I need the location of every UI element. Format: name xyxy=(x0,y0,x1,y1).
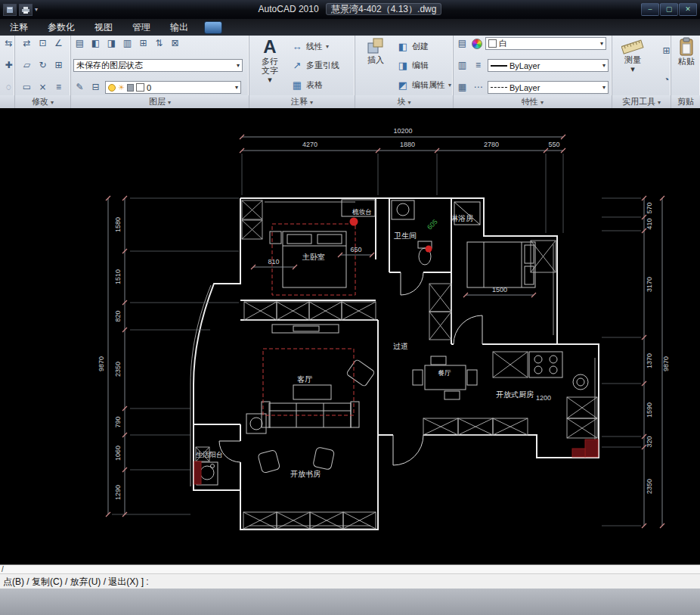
utility-tool-icon[interactable]: ◔ xyxy=(660,73,671,86)
modify-tool-icon[interactable]: ⊡ xyxy=(36,37,49,50)
command-history[interactable]: / xyxy=(0,564,700,573)
modify-tool-icon[interactable]: ▱ xyxy=(20,59,33,72)
edit-attribute-button[interactable]: ◩ 编辑属性 ▾ xyxy=(397,76,451,94)
chevron-down-icon: ▾ xyxy=(268,75,272,84)
linetype-dropdown[interactable]: ByLayer ▾ xyxy=(488,81,609,94)
svg-text:2350: 2350 xyxy=(114,362,122,377)
svg-text:810: 810 xyxy=(268,258,279,266)
room-label-study: 开放书房 xyxy=(290,470,321,478)
tab-extra-button[interactable] xyxy=(204,21,222,34)
layer-tool-icon[interactable]: ⊞ xyxy=(137,37,150,50)
paste-icon xyxy=(678,37,695,57)
block-panel-label[interactable]: 块 ▾ xyxy=(355,95,453,108)
cropped-tool-icon[interactable]: ⇆ xyxy=(2,37,14,50)
properties-panel-label[interactable]: 特性 ▾ xyxy=(454,95,612,108)
insert-block-button[interactable]: 插入 xyxy=(358,37,394,94)
room-label-dining: 餐厅 xyxy=(438,369,452,377)
modify-tool-icon[interactable]: ⇄ xyxy=(20,37,33,50)
dim-right-total: 9870 xyxy=(662,356,670,371)
ribbon-tab-row: 注释 参数化 视图 管理 输出 xyxy=(0,19,700,36)
layer-tool-icon[interactable]: ◧ xyxy=(89,37,102,50)
edit-block-button[interactable]: ◨ 编辑 xyxy=(397,57,451,75)
create-block-button[interactable]: ◧ 创建 xyxy=(397,37,451,55)
lineweight-sample xyxy=(491,65,507,67)
mtext-button[interactable]: A 多行文字 ▾ xyxy=(252,37,288,94)
plot-icon[interactable] xyxy=(19,4,33,16)
modify-tool-icon[interactable]: ↻ xyxy=(36,59,49,72)
layer-tool-icon[interactable]: ◨ xyxy=(105,37,118,50)
tab-manage[interactable]: 管理 xyxy=(122,19,160,36)
measure-button[interactable]: 测量 ▾ xyxy=(615,37,651,94)
dimension-lines xyxy=(108,137,662,526)
document-name: 慧景湾4-402（4.13）.dwg xyxy=(326,3,441,15)
layer-tool-icon[interactable]: ⊠ xyxy=(169,37,181,50)
linear-dim-icon: ↔ xyxy=(291,41,303,52)
modify-panel-label[interactable]: 修改 ▾ xyxy=(15,95,70,108)
mtext-icon: A xyxy=(263,37,276,57)
layer-tool-icon[interactable]: ⇅ xyxy=(153,37,166,50)
app-name: AutoCAD 2010 xyxy=(259,4,319,14)
svg-text:3170: 3170 xyxy=(646,277,653,292)
chevron-down-icon: ▾ xyxy=(237,62,240,69)
room-label-master-bedroom: 主卧室 xyxy=(302,253,325,261)
cropped-tool-icon[interactable]: ◌ xyxy=(2,81,14,94)
svg-text:1510: 1510 xyxy=(114,269,122,284)
modify-tool-icon[interactable]: ≡ xyxy=(52,81,65,94)
drawing-canvas[interactable]: 10200 4270 1880 2780 550 9870 1580 1510 … xyxy=(0,108,700,564)
table-icon: ▦ xyxy=(291,79,303,91)
svg-text:1500: 1500 xyxy=(492,286,507,294)
paste-button[interactable]: 粘贴 xyxy=(674,37,699,66)
panel-utilities: 测量 ▾ ⊞ ◔ 实用工具 ▾ xyxy=(612,36,671,108)
panel-block: 插入 ◧ 创建 ◨ 编辑 ◩ 编辑属性 ▾ 块 ▾ xyxy=(355,36,454,108)
utilities-panel-label[interactable]: 实用工具 ▾ xyxy=(612,95,671,108)
maximize-button[interactable]: ▢ xyxy=(660,3,678,16)
qat-dropdown-icon[interactable]: ▾ xyxy=(35,6,38,13)
tab-view[interactable]: 视图 xyxy=(85,19,122,36)
tab-output[interactable]: 输出 xyxy=(160,19,198,36)
layer-tool-icon[interactable]: ▤ xyxy=(73,37,86,50)
modify-tool-icon[interactable]: ▭ xyxy=(20,81,33,94)
chevron-down-icon: ▾ xyxy=(235,84,238,91)
command-line-input[interactable]: 点(B) / 复制(C) / 放弃(U) / 退出(X) ] : xyxy=(0,573,700,589)
utility-tool-icon[interactable]: ⊞ xyxy=(660,45,671,57)
layer-tool-icon[interactable]: ✎ xyxy=(73,81,86,94)
properties-tool-icon[interactable]: ▥ xyxy=(456,59,469,72)
lineweight-icon: ≡ xyxy=(472,59,485,72)
svg-text:650: 650 xyxy=(350,246,361,253)
layer-lock-icon xyxy=(127,84,134,92)
current-color-swatch xyxy=(488,39,497,48)
app-menu-icon[interactable] xyxy=(3,4,17,16)
table-button[interactable]: ▦ 表格 xyxy=(291,76,339,94)
linear-dim-button[interactable]: ↔ 线性 ▾ xyxy=(291,37,339,55)
tab-parametric[interactable]: 参数化 xyxy=(38,19,85,36)
close-button[interactable]: ✕ xyxy=(679,3,697,16)
layer-state-dropdown[interactable]: 未保存的图层状态▾ xyxy=(73,59,243,72)
modify-tool-icon[interactable]: ∠ xyxy=(52,37,65,50)
match-properties-icon[interactable]: ▤ xyxy=(456,37,469,50)
modify-tool-icon[interactable]: ⊞ xyxy=(52,59,65,72)
floor-plan: 10200 4270 1880 2780 550 9870 1580 1510 … xyxy=(0,108,700,564)
room-label-kitchen: 开放式厨房 xyxy=(496,390,534,399)
drain-marker xyxy=(426,246,432,253)
layer-dropdown[interactable]: ☀ 0 ▾ xyxy=(105,81,241,94)
clipboard-panel-label[interactable]: 剪贴 xyxy=(671,95,700,108)
layer-tool-icon[interactable]: ▥ xyxy=(121,37,134,50)
layer-tool-icon[interactable]: ⊟ xyxy=(89,81,102,94)
multileader-button[interactable]: ↗ 多重引线 xyxy=(291,57,339,75)
modify-tool-icon[interactable]: ⨯ xyxy=(36,81,49,94)
dimension-ticks xyxy=(106,135,664,528)
properties-tool-icon[interactable]: ▦ xyxy=(456,81,469,94)
quick-access-toolbar: ▾ xyxy=(0,4,38,16)
cropped-tool-icon[interactable]: ✚ xyxy=(2,59,14,72)
svg-text:570: 570 xyxy=(646,202,653,213)
color-dropdown[interactable]: 白 ▾ xyxy=(485,37,606,50)
annotation-panel-label[interactable]: 注释 ▾ xyxy=(249,95,355,108)
layers-panel-label[interactable]: 图层 ▾ xyxy=(71,95,249,108)
lineweight-dropdown[interactable]: ByLayer ▾ xyxy=(488,59,609,72)
tab-annotate[interactable]: 注释 xyxy=(0,19,38,36)
minimize-button[interactable]: – xyxy=(641,3,659,16)
furniture xyxy=(197,200,588,485)
window-title: AutoCAD 2010 慧景湾4-402（4.13）.dwg xyxy=(0,3,700,16)
insert-block-icon xyxy=(367,37,385,55)
chevron-down-icon: ▾ xyxy=(602,84,606,91)
